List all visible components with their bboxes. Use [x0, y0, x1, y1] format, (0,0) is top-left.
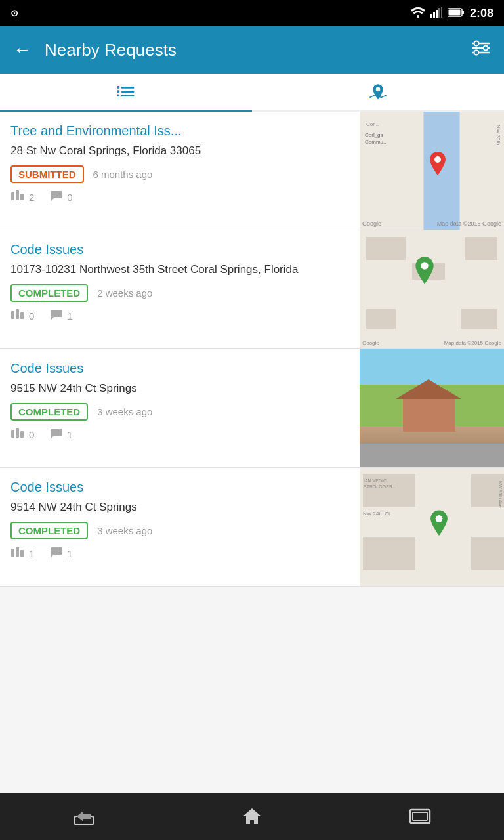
svg-rect-27	[16, 309, 19, 319]
item-time: 2 weeks ago	[97, 287, 152, 299]
item-counts: 0 1	[10, 308, 349, 324]
svg-rect-7	[462, 10, 464, 14]
item-counts: 2 0	[10, 190, 349, 205]
back-nav-button[interactable]	[58, 800, 110, 833]
status-bar-right: 2:08	[411, 7, 494, 20]
svg-rect-33	[11, 549, 14, 556]
item-map-1[interactable]: Cor... Corl_gsCommu... NW 35th Google Ma…	[360, 112, 504, 230]
item-address: 28 St Nw Coral Springs, Florida 33065	[10, 143, 349, 159]
svg-rect-19	[117, 90, 120, 93]
comment-icon	[50, 427, 63, 442]
list-item[interactable]: Tree and Environmental Iss... 28 St Nw C…	[0, 112, 504, 230]
comment-count: 1	[50, 427, 72, 442]
svg-rect-30	[11, 430, 14, 438]
recents-nav-button[interactable]	[394, 800, 446, 833]
svg-rect-18	[117, 86, 120, 89]
list-item[interactable]: Code Issues 9515 NW 24th Ct Springs COMP…	[0, 349, 504, 468]
wifi-icon	[411, 7, 425, 20]
status-bar-left: ⊙	[10, 8, 18, 18]
svg-point-29	[421, 262, 428, 269]
comment-count: 0	[50, 190, 72, 205]
svg-rect-35	[20, 550, 24, 556]
comment-number: 1	[67, 310, 72, 322]
battery-icon	[448, 8, 465, 19]
svg-rect-5	[441, 7, 442, 18]
comment-number: 0	[67, 192, 72, 203]
vote-number: 0	[29, 429, 34, 440]
comment-count: 1	[50, 546, 72, 561]
item-status-row: COMPLETED 3 weeks ago	[10, 522, 349, 539]
status-badge: COMPLETED	[10, 284, 88, 302]
svg-rect-38	[413, 812, 427, 820]
map-data-label: Map data ©2015 Google	[437, 220, 501, 227]
item-counts: 1 1	[10, 546, 349, 561]
comment-count: 1	[50, 308, 72, 324]
item-counts: 0 1	[10, 427, 349, 442]
svg-rect-4	[438, 8, 440, 18]
item-address: 10173-10231 Northwest 35th Street Coral …	[10, 262, 349, 278]
comment-icon	[50, 308, 63, 324]
svg-point-21	[376, 87, 381, 91]
vote-number: 2	[29, 192, 34, 203]
vote-count: 0	[10, 308, 34, 324]
svg-rect-26	[11, 311, 14, 319]
svg-rect-2	[433, 12, 435, 18]
list-item[interactable]: Code Issues 10173-10231 Northwest 35th S…	[0, 230, 504, 349]
comment-icon	[50, 190, 63, 205]
tab-map[interactable]	[252, 74, 504, 110]
time: 2:08	[470, 7, 494, 20]
item-title: Tree and Environmental Iss...	[10, 122, 349, 139]
item-time: 3 weeks ago	[97, 406, 152, 417]
item-map-4[interactable]: NW 24th Ct NW 95th Ave IAN VEDICSTROLOGE…	[360, 468, 504, 586]
svg-point-36	[436, 515, 443, 522]
filter-button[interactable]	[471, 40, 491, 60]
status-badge: SUBMITTED	[10, 165, 84, 183]
comment-number: 1	[67, 548, 72, 559]
list-item[interactable]: Code Issues 9514 NW 24th Ct Springs COMP…	[0, 468, 504, 587]
svg-rect-23	[16, 190, 19, 200]
svg-rect-15	[121, 87, 135, 89]
bottom-navigation	[0, 793, 504, 840]
svg-rect-28	[20, 312, 24, 319]
item-time: 6 months ago	[93, 169, 153, 180]
vote-count: 0	[10, 427, 34, 442]
item-address: 9515 NW 24th Ct Springs	[10, 381, 349, 396]
svg-rect-17	[121, 94, 135, 96]
vote-number: 1	[29, 548, 34, 559]
svg-point-25	[434, 156, 441, 163]
status-bar: ⊙ 2:08	[0, 0, 504, 26]
status-badge: COMPLETED	[10, 403, 88, 421]
signal-icon	[430, 7, 442, 20]
svg-rect-31	[16, 428, 19, 438]
item-map-3[interactable]	[360, 349, 504, 467]
svg-rect-22	[11, 192, 14, 200]
svg-point-14	[474, 51, 479, 55]
back-button[interactable]: ←	[13, 39, 32, 60]
item-title: Code Issues	[10, 478, 349, 495]
item-address: 9514 NW 24th Ct Springs	[10, 499, 349, 515]
item-time: 3 weeks ago	[97, 525, 152, 536]
content-list: Tree and Environmental Iss... 28 St Nw C…	[0, 112, 504, 793]
item-status-row: SUBMITTED 6 months ago	[10, 165, 349, 183]
svg-rect-16	[121, 91, 135, 93]
comment-icon	[50, 546, 63, 561]
vote-icon	[10, 546, 25, 561]
svg-rect-3	[436, 10, 438, 18]
app-header: ← Nearby Requests	[0, 26, 504, 74]
vote-count: 1	[10, 546, 34, 561]
svg-point-12	[474, 41, 479, 46]
vote-count: 2	[10, 190, 34, 205]
map-google-label: Google	[362, 220, 381, 227]
tab-list[interactable]	[0, 74, 252, 110]
svg-rect-34	[16, 547, 19, 556]
home-nav-button[interactable]	[226, 800, 278, 833]
comment-number: 1	[67, 429, 72, 440]
item-status-row: COMPLETED 2 weeks ago	[10, 284, 349, 302]
tab-bar	[0, 74, 504, 112]
item-map-2[interactable]: Google Map data ©2015 Google	[360, 230, 504, 348]
item-title: Code Issues	[10, 241, 349, 258]
svg-rect-8	[448, 9, 460, 15]
svg-rect-1	[430, 14, 432, 18]
item-info: Code Issues 10173-10231 Northwest 35th S…	[0, 230, 360, 348]
item-info: Code Issues 9514 NW 24th Ct Springs COMP…	[0, 468, 360, 586]
